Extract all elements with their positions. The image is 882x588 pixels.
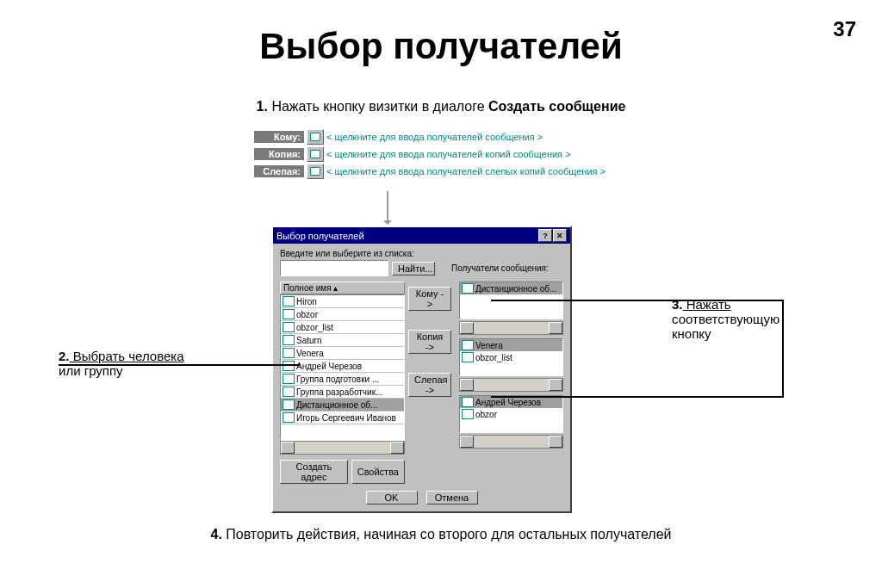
- list-item-label: obzor_list: [296, 323, 333, 332]
- field-bcc-placeholder[interactable]: < щелкните для ввода получателей слепых …: [326, 166, 606, 176]
- contact-icon: [462, 352, 474, 362]
- ann3-line2: соответствующую: [672, 312, 780, 326]
- help-button[interactable]: ?: [538, 229, 552, 242]
- arrow-down-icon: [387, 191, 388, 222]
- scrollbar-h[interactable]: [280, 441, 405, 455]
- scrollbar-h[interactable]: [459, 435, 563, 449]
- list-item-label: obzor: [296, 310, 318, 319]
- contact-icon: [283, 322, 295, 332]
- recipient-dialog: Выбор получателей ? ✕ Введите или выбери…: [271, 226, 572, 513]
- field-to-placeholder[interactable]: < щелкните для ввода получателей сообщен…: [326, 132, 543, 142]
- search-input[interactable]: [280, 260, 388, 276]
- close-button[interactable]: ✕: [553, 229, 567, 242]
- list-item[interactable]: obzor: [460, 408, 562, 420]
- step-1: 1. Нажать кнопку визитки в диалоге Созда…: [0, 99, 882, 115]
- list-item-label: obzor_list: [475, 353, 512, 362]
- search-label: Введите или выберите из списка:: [280, 249, 563, 258]
- list-item[interactable]: Venera: [281, 347, 404, 359]
- card-icon: [310, 150, 320, 158]
- properties-button[interactable]: Свойства: [351, 460, 405, 484]
- step-1-num: 1.: [257, 99, 268, 114]
- step-1-text: Нажать кнопку визитки в диалоге: [268, 99, 488, 114]
- step-4-text: Повторить действия, начиная со второго д…: [222, 527, 672, 542]
- cancel-button[interactable]: Отмена: [426, 491, 478, 504]
- list-item[interactable]: Venera: [460, 339, 562, 351]
- contact-icon: [283, 374, 295, 384]
- list-item-label: Venera: [296, 349, 324, 358]
- list-item-label: Hiron: [296, 297, 317, 306]
- contact-icon: [462, 409, 474, 419]
- list-item[interactable]: Игорь Сергеевич Иванов: [281, 412, 404, 424]
- cc-listbox[interactable]: Veneraobzor_list: [459, 338, 563, 376]
- list-column-header[interactable]: Полное имя ▴: [280, 282, 405, 294]
- contact-icon: [462, 340, 474, 350]
- contact-icon: [283, 361, 295, 371]
- annotation-2: 2. Выбрать человека или группу: [59, 349, 184, 378]
- to-button[interactable]: Кому ->: [408, 287, 451, 311]
- field-to-label: Кому:: [254, 131, 304, 143]
- step-4: 4. Повторить действия, начиная со второг…: [0, 527, 882, 542]
- list-item[interactable]: Дистанционное об...: [460, 282, 562, 294]
- list-item[interactable]: Hiron: [281, 295, 404, 307]
- card-icon: [310, 167, 320, 176]
- contact-icon: [283, 348, 295, 358]
- annotation-3: 3. Нажать соответствующую кнопку: [672, 297, 780, 341]
- contact-icon: [283, 399, 295, 410]
- scrollbar-h[interactable]: [459, 378, 563, 392]
- connector-3-top: [491, 300, 784, 301]
- find-button[interactable]: Найти...: [392, 262, 435, 275]
- list-item[interactable]: Группа разработчик...: [281, 386, 404, 398]
- list-item[interactable]: Андрей Черезов: [281, 360, 404, 372]
- list-item[interactable]: obzor_list: [460, 351, 562, 363]
- list-item-label: Группа подготовки ...: [296, 374, 379, 384]
- ok-button[interactable]: OK: [366, 491, 418, 504]
- card-icon: [310, 133, 320, 141]
- ann2-num: 2.: [59, 349, 70, 363]
- field-cc-label: Копия:: [254, 148, 304, 160]
- list-item-label: Дистанционное об...: [296, 400, 377, 410]
- contact-icon: [283, 387, 295, 397]
- page-title: Выбор получателей: [0, 26, 882, 67]
- contact-icon: [462, 397, 474, 407]
- list-item-label: Игорь Сергеевич Иванов: [296, 413, 396, 423]
- list-item-label: Venera: [475, 341, 503, 350]
- contact-icon: [283, 296, 295, 306]
- list-item-label: Группа разработчик...: [296, 387, 382, 397]
- compose-fields: Кому: < щелкните для ввода получателей с…: [254, 129, 606, 181]
- contact-icon: [283, 412, 295, 423]
- contact-icon: [283, 335, 295, 345]
- cc-button[interactable]: Копия ->: [408, 330, 451, 354]
- col-header-text: Полное имя: [283, 283, 332, 293]
- connector-3-bot: [491, 396, 784, 398]
- list-item-label: Андрей Черезов: [475, 398, 541, 407]
- list-item-label: Дистанционное об...: [475, 284, 556, 294]
- list-item[interactable]: obzor_list: [281, 321, 404, 333]
- contacts-listbox[interactable]: Hironobzorobzor_listSaturnVeneraАндрей Ч…: [280, 294, 405, 441]
- ann2-underline: Выбрать человека: [70, 349, 184, 363]
- contact-icon: [283, 309, 295, 319]
- card-button-cc[interactable]: [307, 146, 324, 162]
- list-item-label: Saturn: [296, 336, 321, 345]
- list-item[interactable]: Андрей Черезов: [460, 396, 562, 408]
- recipients-label: Получатели сообщения:: [451, 263, 563, 273]
- step-4-num: 4.: [211, 527, 222, 542]
- bcc-listbox[interactable]: Андрей Черезовobzor: [459, 395, 563, 433]
- connector-2: [59, 364, 300, 366]
- list-item-label: Андрей Черезов: [296, 362, 362, 371]
- bcc-button[interactable]: Слепая ->: [408, 373, 451, 397]
- list-item[interactable]: Дистанционное об...: [281, 399, 404, 411]
- field-cc-placeholder[interactable]: < щелкните для ввода получателей копий с…: [326, 149, 571, 159]
- list-item[interactable]: Saturn: [281, 334, 404, 346]
- create-address-button[interactable]: Создать адрес: [280, 460, 348, 484]
- card-button-to[interactable]: [307, 129, 324, 145]
- list-item[interactable]: obzor: [281, 308, 404, 320]
- card-button-bcc[interactable]: [307, 164, 324, 179]
- step-1-bold: Создать сообщение: [488, 99, 625, 114]
- ann3-line3: кнопку: [672, 326, 711, 341]
- field-bcc-label: Слепая:: [254, 165, 304, 177]
- dialog-title: Выбор получателей: [276, 231, 364, 241]
- list-item-label: obzor: [475, 410, 497, 419]
- contact-icon: [462, 283, 474, 294]
- list-item[interactable]: Группа подготовки ...: [281, 373, 404, 385]
- scrollbar-h[interactable]: [459, 321, 563, 335]
